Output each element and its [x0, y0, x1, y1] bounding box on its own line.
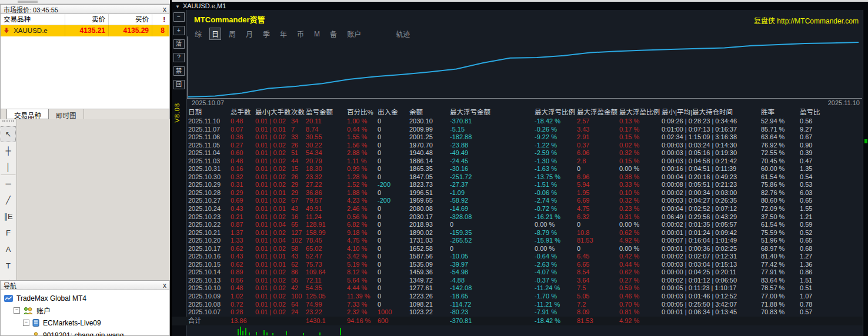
text-tool[interactable]: A	[1, 241, 16, 257]
nav-item-label: ECMarkets-Live09	[43, 319, 101, 327]
side-buttons: −+清?禁回	[172, 12, 186, 89]
toolbar-grip-handle[interactable]	[2, 120, 14, 125]
mt4-application: 市场报价: 03:45:55 x 交易品种 卖价 买价 ! XAUUSD.e 4…	[0, 0, 868, 336]
navigator-tree: TradeMax Global MT4−账户−ECMarkets-Live099…	[1, 290, 169, 336]
price-scale-strip[interactable]	[863, 10, 868, 336]
ea-panel-title: MTCommander资管	[194, 14, 265, 25]
market-watch-window: 市场报价: 03:45:55 x 交易品种 卖价 买价 ! XAUUSD.e 4…	[0, 4, 170, 119]
stats-row: 2025.10.160.430.01 | 0.014352.473.42 %01…	[187, 253, 863, 261]
crosshair-tool[interactable]: ┼	[1, 143, 16, 159]
nav-item-label: 账户	[36, 305, 51, 315]
nav-item-label: 9018201: chang qin wang	[43, 331, 123, 336]
stats-row: 2025.10.300.320.01 | 0.022623.321.28 %01…	[187, 173, 863, 182]
column-ask[interactable]: 买价	[109, 14, 152, 25]
price-down-arrow-icon	[4, 26, 9, 36]
stats-row: 2025.10.150.620.01 | 0.016275.735.19 %01…	[187, 261, 863, 269]
stats-column-header: 最大浮亏比例	[533, 107, 576, 117]
bid-price: 4135.21	[65, 25, 109, 36]
nav-item[interactable]: −账户	[1, 304, 169, 317]
stats-row: 2025.10.230.210.01 | 0.021611.240.56 %02…	[187, 213, 863, 221]
chart-body: −+清?禁回 V8.08 MTCommander资管 复盘侠 http://MT…	[172, 10, 868, 336]
stats-column-header: 最小|大手数	[254, 107, 290, 117]
help-button[interactable]: ?	[173, 53, 185, 62]
stats-row: 2025.10.220.870.01 | 0.0465128.916.82 %0…	[187, 221, 863, 229]
stats-row: 2025.11.030.480.01 | 0.024420.791.11 %01…	[187, 157, 863, 166]
nav-item-label: TradeMax Global MT4	[16, 294, 86, 303]
stats-row: 2025.10.070.280.01 | 0.022423.222.32 %10…	[187, 308, 863, 317]
stats-total-row: 合计13.861430.194.16 %600-370.81-18.42 %81…	[172, 317, 863, 325]
disable-button[interactable]: 禁	[173, 66, 185, 76]
stats-row: 2025.11.060.360.01 | 0.023330.551.55 %02…	[187, 133, 863, 142]
chart-titlebar[interactable]: ▼XAUUSD.e,M1	[172, 2, 868, 10]
stats-column-header: 最大浮盈金额	[576, 107, 618, 117]
stats-row: 2025.10.201.330.01 | 0.0410278.454.75 %0…	[187, 237, 863, 245]
market-watch-title: 市场报价: 03:45:55	[4, 5, 58, 14]
collapse-box-icon[interactable]: −	[14, 307, 20, 314]
chart-window: ▼XAUUSD.e,M1 −+清?禁回 V8.08 MTCommander资管 …	[172, 0, 868, 336]
panel-side-strip: −+清?禁回 V8.08	[172, 10, 186, 336]
stats-row: 2025.10.080.720.01 | 0.026474.997.33 %01…	[187, 301, 863, 309]
stats-row: 2025.10.091.020.01 | 0.02100125.0511.39 …	[187, 293, 863, 301]
stats-column-header: 余额	[408, 107, 449, 117]
stats-row: 2025.10.270.690.01 | 0.026779.574.23 %-2…	[187, 197, 863, 205]
server-icon	[32, 319, 39, 327]
tick-bar	[303, 333, 304, 335]
tab-symbols[interactable]: 交易品种	[6, 109, 49, 119]
nav-item[interactable]: TradeMax Global MT4	[1, 292, 169, 304]
stats-row: 2025.10.211.370.01 | 0.02127158.999.18 %…	[187, 229, 863, 237]
drawing-toolbar-items: ↖┼│─╱∥EFAT⇄	[0, 126, 16, 290]
stats-row: 2025.11.100.480.01 | 0.023420.111.00 %02…	[187, 117, 863, 126]
nav-item[interactable]: 9018201: chang qin wang	[1, 329, 169, 336]
horizontal-line-tool[interactable]: ─	[1, 176, 16, 191]
nav-item[interactable]: −ECMarkets-Live09	[1, 317, 169, 329]
drawing-toolbar: ↖┼│─╱∥EFAT⇄	[0, 119, 17, 280]
vertical-line-tool[interactable]: │	[1, 159, 16, 175]
top-toolbar-fragment	[0, 0, 170, 4]
version-label: V8.08	[173, 103, 181, 123]
market-watch-header: 交易品种 卖价 买价 !	[1, 14, 169, 25]
stats-column-header: 盈亏金额	[305, 107, 346, 117]
tick-bar	[256, 332, 257, 335]
watermark-link[interactable]: 复盘侠 http://MTCommander.com	[754, 15, 859, 25]
symbol-row[interactable]: XAUUSD.e 4135.21 4135.29 8	[1, 25, 169, 36]
close-icon[interactable]: x	[163, 6, 166, 12]
stats-row: 2025.10.290.310.01 | 0.022927.221.52 %-2…	[187, 181, 863, 189]
market-watch-titlebar: 市场报价: 03:45:55 x	[0, 4, 170, 14]
stats-rows: 2025.11.100.480.01 | 0.023420.111.00 %02…	[187, 117, 863, 317]
stats-row: 2025.11.040.600.01 | 0.025154.342.88 %01…	[187, 149, 863, 157]
stats-row: 2025.10.280.290.01 | 0.012936.861.88 %01…	[187, 189, 863, 197]
tick-bar	[263, 330, 265, 335]
stats-column-header: 日期	[187, 107, 229, 117]
left-pane: 市场报价: 03:45:55 x 交易品种 卖价 买价 ! XAUUSD.e 4…	[0, 0, 170, 336]
stats-column-header: 最小|平均|最大持仓时间	[660, 107, 760, 117]
collapse-box-icon[interactable]: −	[23, 320, 29, 326]
accounts-icon	[23, 307, 33, 314]
column-symbol[interactable]: 交易品种	[1, 14, 65, 25]
chart-start-date: 2025.10.07	[192, 99, 224, 106]
trendline-tool[interactable]: ╱	[1, 192, 16, 208]
stats-row: 2025.10.100.480.01 | 0.024254.354.44 %01…	[187, 284, 863, 293]
stats-row: 2025.10.170.620.01 | 0.025865.024.10 %01…	[187, 245, 863, 253]
column-spread[interactable]: !	[152, 14, 168, 25]
minimize-button[interactable]: −	[173, 12, 185, 22]
market-watch-tabs: 交易品种 即时图	[1, 109, 169, 120]
tick-bar	[272, 333, 273, 335]
tick-bar	[286, 331, 287, 335]
navigator-title: 导航	[4, 281, 16, 290]
window-button[interactable]: 回	[173, 80, 185, 89]
column-bid[interactable]: 卖价	[65, 14, 109, 25]
close-icon[interactable]: x	[163, 283, 166, 288]
tab-tick-chart[interactable]: 即时图	[49, 109, 84, 119]
stats-row: 2025.10.240.430.01 | 0.014349.912.46 %02…	[187, 205, 863, 213]
cursor-tool[interactable]: ↖	[1, 126, 16, 142]
clear-button[interactable]: 清	[173, 39, 185, 49]
move-button[interactable]: +	[173, 26, 185, 35]
stats-column-header: 出入金	[376, 107, 408, 117]
fibonacci-tool[interactable]: F	[1, 225, 16, 241]
equidistant-channel-tool[interactable]: ∥E	[1, 209, 16, 224]
navigator-window: 导航 x TradeMax Global MT4−账户−ECMarkets-Li…	[0, 280, 170, 336]
stats-row: 2025.11.070.070.01 | 0.0178.740.44 %0200…	[187, 126, 863, 134]
platform-icon	[4, 295, 13, 302]
tick-bar	[242, 331, 243, 335]
text-label-tool[interactable]: T	[1, 258, 16, 274]
